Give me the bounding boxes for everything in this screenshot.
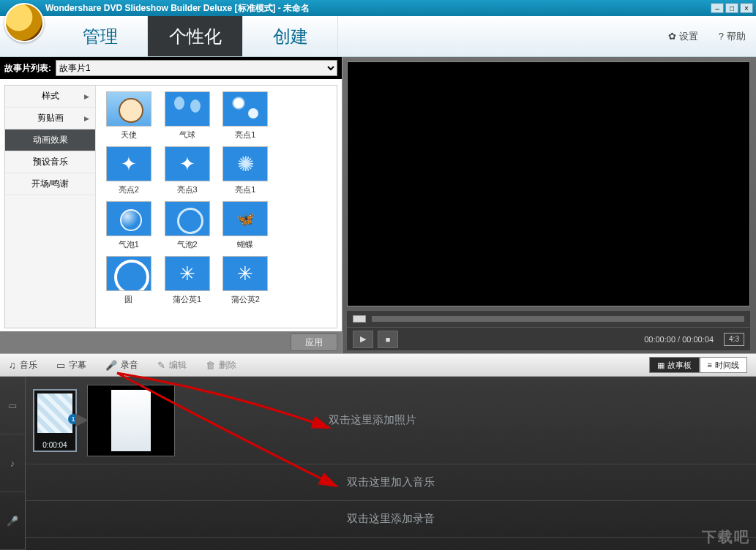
apply-button[interactable]: 应用 (291, 334, 337, 351)
chevron-right-icon: ▶ (84, 93, 89, 100)
effect-angel[interactable]: 天使 (102, 91, 156, 140)
video-track[interactable]: 1 0:00:04 双击这里添加照片 (26, 377, 756, 464)
scrub-track[interactable] (372, 316, 744, 322)
effect-balloon[interactable]: 气球 (160, 91, 214, 140)
effect-light1b[interactable]: 亮点1 (219, 146, 273, 195)
effect-circle[interactable]: 圆 (102, 256, 156, 305)
help-icon: ? (719, 31, 724, 42)
maximize-button[interactable]: □ (725, 3, 738, 13)
cat-style[interactable]: 样式▶ (5, 86, 95, 108)
pencil-icon: ✎ (157, 360, 165, 371)
aspect-button[interactable]: 4:3 (724, 333, 744, 346)
story-label: 故事片列表: (4, 62, 51, 75)
subtitle-icon: ▭ (56, 360, 65, 371)
effect-light1[interactable]: 亮点1 (219, 91, 273, 140)
scrub-handle[interactable] (353, 315, 366, 323)
settings-link[interactable]: ✿设置 (658, 16, 708, 56)
clip-duration: 0:00:04 (34, 441, 75, 449)
record-button[interactable]: 🎤录音 (105, 359, 138, 372)
add-voice-placeholder[interactable]: 双击这里添加录音 (347, 512, 435, 526)
titlebar: Wondershare DVD Slideshow Builder Deluxe… (0, 0, 756, 16)
lines-icon: ≡ (708, 361, 712, 369)
stop-button[interactable]: ■ (378, 331, 398, 348)
grid-icon: ▦ (657, 361, 665, 370)
music-track[interactable]: 双击这里加入音乐 (26, 464, 756, 501)
timeline-view[interactable]: ≡时间线 (700, 357, 747, 373)
chevron-right-icon: ▶ (84, 115, 89, 122)
story-select[interactable]: 故事片1 (56, 60, 337, 76)
trash-icon: 🗑 (206, 360, 215, 371)
main-tabs: 管理 个性化 创建 ✿设置 ?帮助 (0, 16, 756, 57)
scrub-row (347, 311, 750, 327)
tab-create[interactable]: 创建 (243, 16, 338, 56)
minimize-button[interactable]: – (711, 3, 724, 13)
timeline: ▭ ♪ 🎤 1 0:00:04 双击这里添加照片 双击这里加入音乐 双击这里添加… (0, 377, 756, 550)
effect-grid: 天使 气球 亮点1 亮点2 亮点3 亮点1 气泡1 气泡2 蝴蝶 圆 蒲公英1 … (96, 86, 337, 328)
music-button[interactable]: ♫音乐 (9, 359, 37, 372)
subtitle-button[interactable]: ▭字幕 (56, 359, 86, 372)
effect-bubble1[interactable]: 气泡1 (102, 201, 156, 250)
effect-light3[interactable]: 亮点3 (160, 146, 214, 195)
tab-personalize[interactable]: 个性化 (148, 16, 243, 56)
storyboard-view[interactable]: ▦故事板 (649, 357, 700, 373)
app-logo (4, 3, 44, 42)
edit-button[interactable]: ✎编辑 (157, 359, 187, 372)
gear-icon: ✿ (668, 31, 676, 42)
effect-dand1[interactable]: 蒲公英1 (160, 256, 214, 305)
effect-butterfly[interactable]: 蝴蝶 (219, 201, 273, 250)
effect-light2[interactable]: 亮点2 (102, 146, 156, 195)
time-display: 00:00:00 / 00:00:04 (644, 335, 714, 344)
add-music-placeholder[interactable]: 双击这里加入音乐 (347, 475, 435, 489)
effect-dand2[interactable]: 蒲公英2 (219, 256, 273, 305)
effect-bubble2[interactable]: 气泡2 (160, 201, 214, 250)
voice-track-icon: 🎤 (0, 492, 25, 550)
story-selector-row: 故事片列表: 故事片1 (0, 57, 342, 79)
delete-button[interactable]: 🗑删除 (206, 359, 236, 372)
cat-intro[interactable]: 开场/鸣谢 (5, 173, 95, 195)
voice-track[interactable]: 双击这里添加录音 (26, 501, 756, 538)
mic-icon: 🎤 (105, 360, 117, 371)
timeline-toolbar: ♫音乐 ▭字幕 🎤录音 ✎编辑 🗑删除 ▦故事板 ≡时间线 (0, 353, 756, 377)
preview-panel: ▶ ■ 00:00:00 / 00:00:04 4:3 (343, 57, 756, 353)
help-link[interactable]: ?帮助 (708, 16, 756, 56)
close-button[interactable]: × (740, 3, 753, 13)
music-track-icon: ♪ (0, 434, 25, 492)
cat-animation[interactable]: 动画效果 (5, 129, 95, 151)
player-controls: ▶ ■ 00:00:00 / 00:00:04 4:3 (347, 327, 750, 350)
app-title: Wondershare DVD Slideshow Builder Deluxe… (45, 2, 310, 15)
clip-2[interactable] (87, 385, 175, 456)
cat-music[interactable]: 预设音乐 (5, 151, 95, 173)
add-photo-placeholder[interactable]: 双击这里添加照片 (329, 413, 416, 427)
music-icon: ♫ (9, 360, 16, 371)
tab-manage[interactable]: 管理 (53, 16, 148, 56)
play-button[interactable]: ▶ (353, 331, 373, 348)
cat-clipart[interactable]: 剪贴画▶ (5, 108, 95, 129)
video-track-icon: ▭ (0, 377, 25, 434)
clip-1[interactable]: 1 0:00:04 (33, 389, 77, 452)
preview-viewport (347, 61, 750, 306)
left-panel: 故事片列表: 故事片1 样式▶ 剪贴画▶ 动画效果 预设音乐 开场/鸣谢 天使 … (0, 57, 343, 353)
category-list: 样式▶ 剪贴画▶ 动画效果 预设音乐 开场/鸣谢 (5, 86, 96, 328)
